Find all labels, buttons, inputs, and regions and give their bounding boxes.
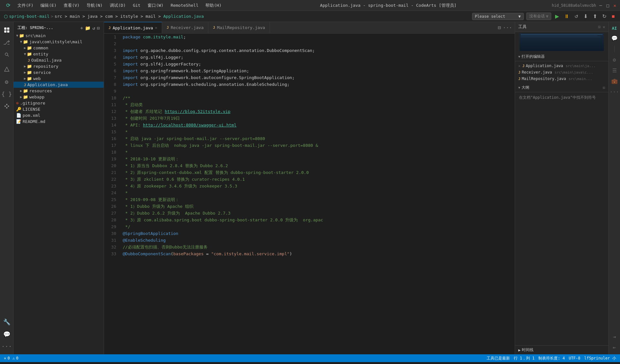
open-editor-receiver[interactable]: J Receiver.java src\main\java\c... [515, 69, 608, 76]
tab-application[interactable]: J Application.java ✕ [104, 22, 162, 33]
tree-item-srcmain[interactable]: ▼ 📁 src\main [14, 33, 104, 39]
status-position[interactable]: 行 1，列 1 [514, 356, 535, 361]
debug-button[interactable]: ⏸ [563, 13, 571, 20]
tree-item-resources[interactable]: ▶ 📁 resources [14, 88, 104, 94]
tree-item-web[interactable]: ▶ 📁 web [14, 76, 104, 82]
panel-close-btn[interactable]: ✕ [603, 25, 605, 29]
activity-code[interactable]: { } [1, 88, 12, 99]
restart-button[interactable]: ↺ [573, 13, 580, 20]
tree-item-webapp[interactable]: ▶ 📁 webapp [14, 94, 104, 100]
tree-item-pom[interactable]: 📄 pom.xml [14, 112, 104, 118]
tree-item-java-com[interactable]: ▼ 📁 java\com\itstyle\mail [14, 39, 104, 45]
open-editor-mailrepository[interactable]: J MailRepository.java src\main... [515, 76, 608, 82]
code-editor[interactable]: package com.itstyle.mail; import org.apa… [120, 34, 515, 354]
warning-number: 0 [16, 356, 18, 360]
download-button[interactable]: ⬇ [582, 13, 589, 20]
tree-item-readme[interactable]: 📝 README.md [14, 118, 104, 125]
right-icon-ai[interactable]: AI [611, 25, 618, 32]
outline-content: 在文档"Application.java"中找不到符号 [515, 92, 608, 103]
split-editor-button[interactable]: ⊟ [498, 25, 501, 31]
menu-git[interactable]: Git [129, 2, 143, 9]
svg-line-5 [7, 55, 9, 56]
tree-item-repository[interactable]: ▶ 📁 repository [14, 63, 104, 69]
minimize-button[interactable]: ─ [598, 3, 603, 8]
tree-new-folder-btn[interactable]: 📁 [85, 25, 90, 31]
tab-mailrepository[interactable]: J MailRepository.java [208, 22, 270, 33]
menu-help[interactable]: 帮助(H) [202, 1, 224, 10]
activity-explorer[interactable] [1, 25, 12, 35]
tree-refresh-btn[interactable]: ↺ [92, 25, 95, 31]
menu-edit[interactable]: 编辑(E) [37, 1, 59, 10]
menu-debug[interactable]: 调试(D) [107, 1, 129, 10]
outline-filter-btn[interactable]: ⊡ [603, 86, 605, 90]
status-encoding[interactable]: UTF-8 [569, 356, 580, 360]
hid-label: hid_58i88a6alvmvcbh [552, 3, 596, 8]
open-editors-section[interactable]: ▼ 打开的编辑器 [515, 52, 608, 61]
tree-new-file-btn[interactable]: + [80, 25, 83, 31]
tree-item-application[interactable]: J Application.java [14, 82, 104, 88]
file-path-mailrepository: src\main... [569, 77, 592, 81]
outline-section[interactable]: ▼ 大纲 ⊡ [515, 83, 608, 92]
activity-build[interactable] [1, 64, 12, 75]
activity-chat[interactable]: 💬 [1, 329, 12, 339]
open-editors-list: ✕ J Application.java src\main\ja... J Re… [515, 61, 608, 83]
activity-settings[interactable]: ⚙ [1, 76, 12, 87]
activity-search[interactable] [1, 49, 12, 60]
right-icon-list[interactable]: ☰ [611, 66, 618, 75]
run-button[interactable]: ▶ [554, 13, 560, 20]
menu-window[interactable]: 窗口(W) [144, 1, 167, 10]
menu-left: ⟳ 文件(F) 编辑(E) 查看(V) 导航(N) 调试(D) Git 窗口(W… [3, 0, 225, 11]
sync-button[interactable]: ↻ [601, 13, 608, 20]
run-config-select[interactable]: Please select ▼ [472, 13, 524, 20]
outline-arrow: ▼ [518, 86, 520, 89]
tree-item-common[interactable]: ▶ 📁 common [14, 45, 104, 51]
breadcrumb: ⬡ spring-boot-mail > src > main > java >… [4, 14, 204, 19]
right-icon-briefcase[interactable]: 💼 [610, 77, 619, 86]
tab-close-application[interactable]: ✕ [155, 25, 157, 30]
tree-item-license[interactable]: 🔑 LICENSE [14, 106, 104, 112]
right-icon-comment[interactable]: 💬 [610, 34, 619, 43]
status-branch[interactable]: 工具已是最新 [487, 356, 510, 361]
right-icon-indent-left[interactable]: ⇤ [612, 343, 617, 352]
open-editor-application[interactable]: ✕ J Application.java src\main\ja... [515, 63, 608, 69]
tab-receiver[interactable]: J Receiver.java [162, 22, 208, 33]
tree-item-gitignore[interactable]: ⊙ .gitignore [14, 100, 104, 106]
activity-bar: ⎇ ⚙ { } 🔧 💬 ··· [0, 22, 14, 354]
right-icon-indent-right[interactable]: ⇥ [612, 332, 617, 341]
error-number: 0 [7, 356, 10, 360]
tree-item-entity[interactable]: ▼ 📁 entity [14, 51, 104, 57]
tree-collapse-btn[interactable]: ⊟ [97, 25, 100, 31]
upload-button[interactable]: ⬆ [592, 13, 598, 20]
tools-label: 工具 [518, 24, 527, 30]
activity-git[interactable]: ⎇ [1, 37, 12, 48]
close-button[interactable]: ✕ [612, 3, 617, 8]
more-actions-button[interactable]: ··· [503, 25, 512, 31]
right-icon-settings[interactable]: ⚙ [612, 56, 617, 64]
right-icon-more[interactable]: ··· [608, 87, 620, 96]
window-controls: hid_58i88a6alvmvcbh ─ □ ✕ [552, 3, 617, 8]
status-language[interactable]: lfSprinuler 小 [584, 356, 616, 361]
tree-item-oaemail[interactable]: J OaEmail.java [14, 57, 104, 63]
menu-file[interactable]: 文件(F) [14, 1, 36, 10]
activity-debug2[interactable]: 🔧 [1, 316, 12, 327]
tree-item-service[interactable]: ▶ 📁 service [14, 69, 104, 76]
menu-navigate[interactable]: 导航(N) [83, 1, 106, 10]
activity-more[interactable]: ··· [1, 341, 12, 352]
file-name-mailrepository: MailRepository.java [522, 76, 566, 81]
menu-view[interactable]: 查看(V) [60, 1, 83, 10]
project-name[interactable]: spring-boot-mail [9, 14, 49, 19]
close-application-btn[interactable]: ✕ [518, 64, 521, 68]
status-tabsize[interactable]: 制表符长度: 4 [538, 356, 565, 361]
stop-button[interactable]: ■ [610, 13, 616, 20]
panel-restore-btn[interactable]: ⊡ [598, 25, 601, 29]
menu-remote[interactable]: RemoteShell [167, 2, 202, 9]
breadcrumb-path[interactable]: src > main > java > com > itstyle > mail… [55, 14, 161, 19]
activity-extensions[interactable] [1, 101, 12, 112]
maximize-button[interactable]: □ [605, 3, 610, 8]
error-count[interactable]: ✕ 0 ⚠ 0 [4, 356, 18, 360]
breadcrumb-file[interactable]: Application.java [163, 14, 204, 19]
project-icon: ⬡ [4, 14, 8, 19]
timeline-header[interactable]: ▶ 时间线 [515, 346, 608, 354]
file-icon-application: J [522, 64, 525, 68]
editor-content[interactable]: 12345 678910 1112131415 1617181920 21222… [104, 34, 515, 354]
